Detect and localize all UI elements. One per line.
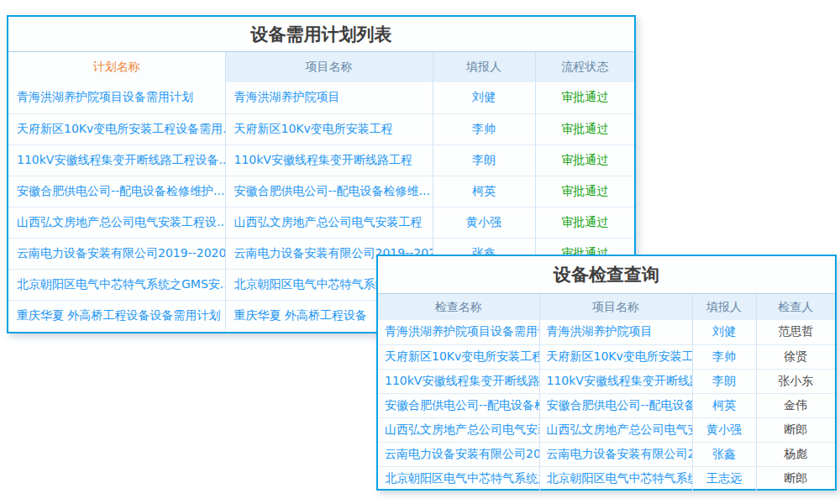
reporter-cell[interactable]: 黄小强	[692, 417, 756, 442]
plan-name-cell[interactable]: 天府新区10Kv变电所安装工程设备需用...	[8, 113, 225, 144]
project-name-cell[interactable]: 山西弘文房地产总公司电气安装工程	[225, 207, 433, 238]
column-header-reporter[interactable]: 填报人	[433, 52, 535, 82]
project-name-cell[interactable]: 110kV安徽线程集变开断线路工程	[225, 144, 433, 176]
project-name-cell[interactable]: 青海洪湖养护院项目	[225, 82, 433, 113]
status-cell: 审批通过	[535, 144, 634, 176]
inspector-cell: 徐贤	[756, 344, 835, 369]
column-header-inspector[interactable]: 检查人	[756, 294, 835, 320]
column-header-reporter[interactable]: 填报人	[692, 294, 756, 320]
check-name-cell[interactable]: 青海洪湖养护院项目设备需用计划	[378, 320, 539, 344]
table-row[interactable]: 110kV安徽线程集变开断线路工程设备需用 110kV安徽线程集变开断线路工程 …	[378, 369, 835, 393]
inspector-cell: 金伟	[756, 393, 835, 417]
column-header-project-name[interactable]: 项目名称	[225, 52, 433, 82]
plan-name-cell[interactable]: 北京朝阳区电气中芯特气系统之GMS安...	[8, 269, 225, 300]
reporter-cell[interactable]: 柯英	[433, 176, 535, 207]
inspection-table-header-row: 检查名称 项目名称 填报人 检查人	[378, 294, 835, 320]
inspector-cell: 断郎	[756, 417, 835, 442]
check-name-cell[interactable]: 天府新区10Kv变电所安装工程设备需用计划	[378, 344, 539, 369]
table-row[interactable]: 山西弘文房地产总公司电气安装工程设备 山西弘文房地产总公司电气安装工程 黄小强 …	[378, 417, 835, 442]
plan-name-cell[interactable]: 山西弘文房地产总公司电气安装工程设...	[8, 207, 225, 238]
reporter-cell[interactable]: 刘健	[433, 82, 535, 113]
table-row[interactable]: 青海洪湖养护院项目设备需用计划 青海洪湖养护院项目 刘健 审批通过	[8, 82, 634, 113]
reporter-cell[interactable]: 李帅	[433, 113, 535, 144]
check-name-cell[interactable]: 安徽合肥供电公司--配电设备检修维护...	[378, 393, 539, 417]
table-row[interactable]: 山西弘文房地产总公司电气安装工程设... 山西弘文房地产总公司电气安装工程 黄小…	[8, 207, 634, 238]
inspector-cell: 杨彪	[756, 442, 835, 466]
inspection-query-title: 设备检查查询	[378, 256, 835, 294]
table-row[interactable]: 安徽合肥供电公司--配电设备检修维护... 安徽合肥供电公司--配电设备检修维护…	[378, 393, 835, 417]
inspector-cell: 张小东	[756, 369, 835, 393]
plan-name-cell[interactable]: 110kV安徽线程集变开断线路工程设备...	[8, 144, 225, 176]
project-name-cell[interactable]: 云南电力设备安装有限公司2019--2020	[539, 442, 692, 466]
column-header-status[interactable]: 流程状态	[535, 52, 634, 82]
inspector-cell: 断郎	[756, 466, 835, 491]
reporter-cell[interactable]: 李帅	[692, 344, 756, 369]
table-row[interactable]: 天府新区10Kv变电所安装工程设备需用... 天府新区10Kv变电所安装工程 李…	[8, 113, 634, 144]
project-name-cell[interactable]: 北京朝阳区电气中芯特气系统之GMS...	[539, 466, 692, 491]
project-name-cell[interactable]: 天府新区10Kv变电所安装工程	[539, 344, 692, 369]
reporter-cell[interactable]: 张鑫	[692, 442, 756, 466]
desktop: 设备需用计划列表 计划名称 项目名称 填报人 流程状态 青海洪湖养护院项目设备需…	[0, 0, 840, 504]
table-row[interactable]: 110kV安徽线程集变开断线路工程设备... 110kV安徽线程集变开断线路工程…	[8, 144, 634, 176]
project-name-cell[interactable]: 青海洪湖养护院项目	[539, 320, 692, 344]
reporter-cell[interactable]: 刘健	[692, 320, 756, 344]
project-name-cell[interactable]: 安徽合肥供电公司--配电设备检修维护	[539, 393, 692, 417]
reporter-cell[interactable]: 李朗	[692, 369, 756, 393]
inspector-cell: 范思哲	[756, 320, 835, 344]
plan-name-cell[interactable]: 云南电力设备安装有限公司2019--2020...	[8, 238, 225, 269]
table-row[interactable]: 云南电力设备安装有限公司2019--2020 云南电力设备安装有限公司2019-…	[378, 442, 835, 466]
plan-name-cell[interactable]: 安徽合肥供电公司--配电设备检修维护...	[8, 176, 225, 207]
reporter-cell[interactable]: 王志远	[692, 466, 756, 491]
reporter-cell[interactable]: 李朗	[433, 144, 535, 176]
status-cell: 审批通过	[535, 207, 634, 238]
check-name-cell[interactable]: 110kV安徽线程集变开断线路工程设备需用	[378, 369, 539, 393]
column-header-project-name[interactable]: 项目名称	[539, 294, 692, 320]
check-name-cell[interactable]: 北京朝阳区电气中芯特气系统之GMS安...	[378, 466, 539, 491]
reporter-cell[interactable]: 柯英	[692, 393, 756, 417]
status-cell: 审批通过	[535, 176, 634, 207]
project-name-cell[interactable]: 安徽合肥供电公司--配电设备检修维...	[225, 176, 433, 207]
status-cell: 审批通过	[535, 82, 634, 113]
status-cell: 审批通过	[535, 113, 634, 144]
check-name-cell[interactable]: 云南电力设备安装有限公司2019--2020	[378, 442, 539, 466]
plan-name-cell[interactable]: 重庆华夏 外高桥工程设备设备需用计划	[8, 300, 225, 331]
check-name-cell[interactable]: 山西弘文房地产总公司电气安装工程设备	[378, 417, 539, 442]
reporter-cell[interactable]: 黄小强	[433, 207, 535, 238]
inspection-table: 检查名称 项目名称 填报人 检查人 青海洪湖养护院项目设备需用计划 青海洪湖养护…	[378, 294, 835, 491]
project-name-cell[interactable]: 天府新区10Kv变电所安装工程	[225, 113, 433, 144]
table-row[interactable]: 天府新区10Kv变电所安装工程设备需用计划 天府新区10Kv变电所安装工程 李帅…	[378, 344, 835, 369]
inspection-query-window: 设备检查查询 检查名称 项目名称 填报人 检查人 青海洪湖养护院项目设备需用计划…	[376, 255, 837, 491]
column-header-check-name[interactable]: 检查名称	[378, 294, 539, 320]
plan-name-cell[interactable]: 青海洪湖养护院项目设备需用计划	[8, 82, 225, 113]
table-row[interactable]: 青海洪湖养护院项目设备需用计划 青海洪湖养护院项目 刘健 范思哲	[378, 320, 835, 344]
column-header-plan-name[interactable]: 计划名称	[8, 52, 225, 82]
table-row[interactable]: 北京朝阳区电气中芯特气系统之GMS安... 北京朝阳区电气中芯特气系统之GMS.…	[378, 466, 835, 491]
table-row[interactable]: 安徽合肥供电公司--配电设备检修维护... 安徽合肥供电公司--配电设备检修维.…	[8, 176, 634, 207]
project-name-cell[interactable]: 110kV安徽线程集变开断线路工程	[539, 369, 692, 393]
plan-list-title: 设备需用计划列表	[8, 17, 634, 52]
project-name-cell[interactable]: 山西弘文房地产总公司电气安装工程	[539, 417, 692, 442]
plan-table-header-row: 计划名称 项目名称 填报人 流程状态	[8, 52, 634, 82]
